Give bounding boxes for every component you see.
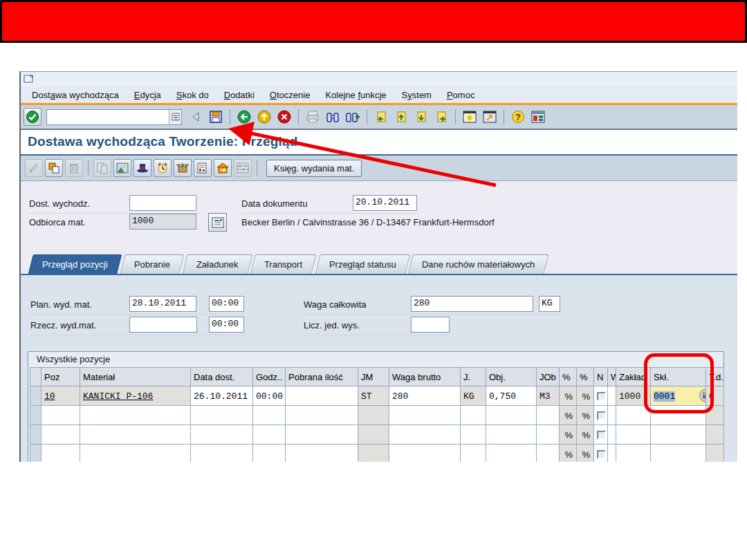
cell-r2-c7[interactable] [461,425,486,445]
cell-r3-c13[interactable] [608,445,616,463]
cell-r3-c15[interactable] [651,445,706,463]
actual-gi-date-input[interactable] [129,317,197,333]
menu-item-6[interactable]: System [402,90,432,100]
row-selector[interactable] [30,425,42,445]
display-change-button[interactable] [25,159,43,177]
planned-gi-time-input[interactable]: 00:00 [209,296,244,312]
cell-r2-c8[interactable] [486,425,537,445]
cell-r0-c15[interactable]: 0001 [651,386,706,406]
cell-r3-c7[interactable] [461,445,486,463]
goods-issue-button[interactable] [214,159,232,177]
cell-r2-c14[interactable] [616,425,651,445]
menu-item-1[interactable]: Edycja [134,90,161,100]
weight-unit-input[interactable]: KG [539,296,560,312]
address-details-button[interactable] [208,213,227,232]
cell-r3-c1[interactable] [80,445,191,463]
command-input[interactable] [50,111,169,124]
actual-gi-time-input[interactable]: 00:00 [209,317,244,333]
cell-r3-c8[interactable] [486,445,537,463]
exit-button[interactable] [255,108,273,126]
help-button[interactable]: ? [509,108,527,126]
cell-r1-c0[interactable] [42,406,80,425]
new-session-button[interactable] [461,108,479,126]
total-weight-input[interactable]: 280 [411,296,533,312]
last-page-button[interactable] [432,108,450,126]
cell-r2-c4[interactable] [286,425,358,445]
select-all-header[interactable] [30,368,42,386]
collapse-button[interactable] [187,108,205,126]
delivery-log-button[interactable] [194,159,212,177]
previous-page-button[interactable] [392,108,410,126]
customize-layout-button[interactable] [529,108,547,126]
menu-item-0[interactable]: Dostawa wychodząca [32,90,119,100]
cell-r1-c13[interactable] [608,406,616,425]
cell-r0-c1[interactable]: KANICKI_P-106 [80,386,191,406]
copy-button[interactable] [93,159,111,177]
row-checkbox[interactable] [597,431,606,440]
row-checkbox[interactable] [597,392,606,401]
cell-r1-c15[interactable] [651,406,706,425]
matchcode-button[interactable] [699,389,706,402]
cell-r1-c4[interactable] [286,406,358,425]
delivery-alert-button[interactable] [154,159,172,177]
picture-button[interactable] [113,159,131,177]
find-next-button[interactable] [344,108,362,126]
cell-r0-c6[interactable]: 280 [389,386,461,406]
tab-0[interactable]: Przegląd pozycji [28,254,122,274]
cell-r2-c1[interactable] [80,425,191,445]
refresh-button[interactable] [45,159,63,177]
menu-item-5[interactable]: Kolejne funkcje [325,90,386,100]
calculation-button[interactable] [234,159,252,177]
command-field[interactable] [46,109,182,125]
tab-1[interactable]: Pobranie [120,254,184,274]
cell-r2-c3[interactable] [253,425,286,445]
cell-r2-c6[interactable] [389,425,461,445]
menu-item-3[interactable]: Dodatki [224,90,255,100]
cell-r3-c3[interactable] [253,445,286,463]
tab-3[interactable]: Transport [250,254,317,274]
cell-r0-c8[interactable]: 0,750 [486,386,537,406]
tab-4[interactable]: Przegląd statusu [315,254,410,274]
back-button[interactable] [235,108,253,126]
cell-r1-c14[interactable] [616,406,651,425]
cell-r2-c0[interactable] [42,425,80,445]
cell-r1-c1[interactable] [80,406,191,425]
incompletion-button[interactable] [133,159,151,177]
outbound-delivery-input[interactable] [129,195,196,211]
command-dropdown-icon[interactable] [169,110,181,124]
next-page-button[interactable] [412,108,430,126]
cell-r1-c2[interactable] [191,406,253,425]
cell-r1-c8[interactable] [486,406,537,425]
create-shortcut-button[interactable] [481,108,499,126]
post-goods-issue-button[interactable]: Księg. wydania mat. [266,160,362,177]
cell-r0-c2[interactable]: 26.10.2011 [191,386,253,406]
row-selector[interactable] [30,386,42,406]
cell-r0-c0[interactable]: 10 [42,386,80,406]
cell-r1-c7[interactable] [461,406,486,425]
row-checkbox[interactable] [597,450,606,459]
no-of-packages-input[interactable] [411,317,450,333]
goods-recipient-input[interactable]: 1000 [129,214,196,230]
cell-r3-c6[interactable] [389,445,461,463]
save-button[interactable] [207,108,225,126]
cell-r2-c15[interactable] [651,425,706,445]
cell-r1-c9[interactable] [537,406,560,425]
tab-5[interactable]: Dane ruchów materiałowych [408,254,549,274]
menu-item-4[interactable]: Otoczenie [270,90,311,100]
packing-button[interactable] [174,159,192,177]
planned-gi-date-input[interactable]: 28.10.2011 [129,296,196,312]
cell-r3-c0[interactable] [42,445,80,463]
menu-item-7[interactable]: Pomoc [447,90,474,100]
cell-r2-c13[interactable] [608,425,616,445]
row-selector[interactable] [30,406,42,425]
cell-r0-c4[interactable] [286,386,358,406]
cancel-button[interactable] [275,108,293,126]
row-checkbox[interactable] [597,411,606,420]
first-page-button[interactable] [372,108,390,126]
cell-r3-c2[interactable] [191,445,253,463]
document-date-input[interactable]: 20.10.2011 [353,195,417,211]
cell-r2-c2[interactable] [191,425,253,445]
row-selector[interactable] [30,445,42,463]
cell-r0-c13[interactable] [608,386,616,406]
cell-r0-c3[interactable]: 00:00: [253,386,286,406]
